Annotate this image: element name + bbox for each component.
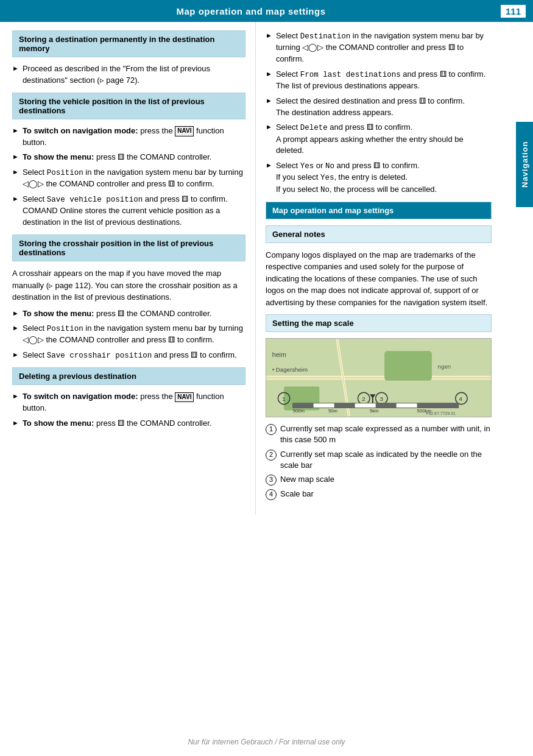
list-item: ► Select Position in the navigation syst… xyxy=(12,323,245,346)
bullet-arrow: ► xyxy=(12,168,19,177)
list-item: ► Select Delete and press ⚅ to confirm.A… xyxy=(266,122,492,157)
bullet-arrow: ► xyxy=(12,64,19,74)
right-column: ► Select Destination in the navigation s… xyxy=(256,22,516,515)
section-box-2: Storing the vehicle position in the list… xyxy=(12,93,245,119)
bullet-arrow: ► xyxy=(12,392,19,401)
list-item: ► Select Save crosshair position and pre… xyxy=(12,350,245,361)
svg-text:4: 4 xyxy=(459,395,463,402)
list-item: ► To show the menu: press ⚅ the COMAND c… xyxy=(12,308,245,320)
scale-list-item-4: 4 Scale bar xyxy=(266,489,492,500)
svg-text:5km: 5km xyxy=(370,408,379,414)
bullet-arrow: ► xyxy=(12,126,19,136)
list-item: ► Select From last destinations and pres… xyxy=(266,69,492,92)
bullet-arrow: ► xyxy=(266,96,272,106)
svg-rect-20 xyxy=(376,403,397,408)
section-box-general-notes: General notes xyxy=(266,225,492,243)
bullet-arrow: ► xyxy=(266,31,272,41)
section2-list: ► To switch on navigation mode: press th… xyxy=(12,125,245,228)
page-number: 111 xyxy=(501,5,526,18)
section-box-4: Deleting a previous destination xyxy=(12,367,245,385)
section-box-scale: Setting the map scale xyxy=(266,314,492,332)
circle-num-2: 2 xyxy=(266,450,277,461)
bullet-arrow: ► xyxy=(266,161,272,171)
svg-text:heim: heim xyxy=(272,351,286,358)
section3-list: ► To show the menu: press ⚅ the COMAND c… xyxy=(12,308,245,362)
page-header: Map operation and map settings 111 xyxy=(0,0,533,22)
right-top-list: ► Select Destination in the navigation s… xyxy=(266,30,492,196)
svg-text:• Dagersheim: • Dagersheim xyxy=(272,366,308,373)
svg-text:3: 3 xyxy=(379,395,383,402)
svg-rect-18 xyxy=(293,403,314,408)
bullet-arrow: ► xyxy=(266,69,272,79)
section4-list: ► To switch on navigation mode: press th… xyxy=(12,391,245,429)
nav-side-tab: Navigation xyxy=(516,122,533,207)
section-box-map-op: Map operation and map settings xyxy=(266,202,492,219)
svg-rect-21 xyxy=(417,403,459,408)
crosshair-intro: A crosshair appears on the map if you ha… xyxy=(12,267,245,303)
navi-button-label: NAVI xyxy=(175,392,194,403)
page-footer: Nur für internen Gebrauch / For internal… xyxy=(0,738,533,746)
svg-rect-19 xyxy=(334,403,355,408)
bullet-arrow: ► xyxy=(12,323,19,333)
svg-rect-5 xyxy=(384,351,432,381)
list-item: ► Select Position in the navigation syst… xyxy=(12,167,245,190)
scale-numbered-list: 1 Currently set map scale expressed as a… xyxy=(266,423,492,500)
bullet-arrow: ► xyxy=(12,152,19,162)
page-title: Map operation and map settings xyxy=(7,6,495,16)
list-item: ► To show the menu: press ⚅ the COMAND c… xyxy=(12,152,245,163)
section-box-3: Storing the crosshair position in the li… xyxy=(12,235,245,261)
navi-button-label: NAVI xyxy=(175,126,194,136)
bullet-arrow: ► xyxy=(12,350,19,360)
circle-num-1: 1 xyxy=(266,424,277,435)
list-item: ► To switch on navigation mode: press th… xyxy=(12,125,245,149)
section-box-1: Storing a destination permanently in the… xyxy=(12,30,245,57)
bullet-arrow: ► xyxy=(12,309,19,319)
scale-list-item-3: 3 New map scale xyxy=(266,474,492,486)
circle-num-4: 4 xyxy=(266,489,277,500)
map-image: heim • Dagersheim 1 2 3 4 500m 50m xyxy=(266,338,492,417)
left-column: Storing a destination permanently in the… xyxy=(0,22,256,515)
svg-text:500m: 500m xyxy=(293,408,305,414)
bullet-arrow: ► xyxy=(12,194,19,204)
general-notes-text: Company logos displayed on the map are t… xyxy=(266,249,492,309)
section1-list: ► Proceed as described in the "From the … xyxy=(12,63,245,87)
bullet-arrow: ► xyxy=(266,122,272,132)
list-item: ► Select Yes or No and press ⚅ to confir… xyxy=(266,160,492,195)
svg-text:P82.87-7729-31: P82.87-7729-31 xyxy=(426,411,456,415)
list-item: ► Select Destination in the navigation s… xyxy=(266,30,492,65)
list-item: ► To switch on navigation mode: press th… xyxy=(12,391,245,414)
scale-list-item-2: 2 Currently set map scale as indicated b… xyxy=(266,449,492,471)
svg-text:50m: 50m xyxy=(328,408,337,414)
list-item: ► Proceed as described in the "From the … xyxy=(12,63,245,87)
svg-text:ngen: ngen xyxy=(438,364,451,370)
list-item: ► Select Save vehicle position and press… xyxy=(12,194,245,228)
list-item: ► Select the desired destination and pre… xyxy=(266,96,492,119)
page-content: Storing a destination permanently in the… xyxy=(0,22,533,515)
list-item: ► To show the menu: press ⚅ the COMAND c… xyxy=(12,418,245,429)
circle-num-3: 3 xyxy=(266,475,277,486)
svg-text:2: 2 xyxy=(362,395,365,402)
svg-text:1: 1 xyxy=(282,395,285,402)
scale-list-item-1: 1 Currently set map scale expressed as a… xyxy=(266,423,492,445)
bullet-arrow: ► xyxy=(12,419,19,428)
